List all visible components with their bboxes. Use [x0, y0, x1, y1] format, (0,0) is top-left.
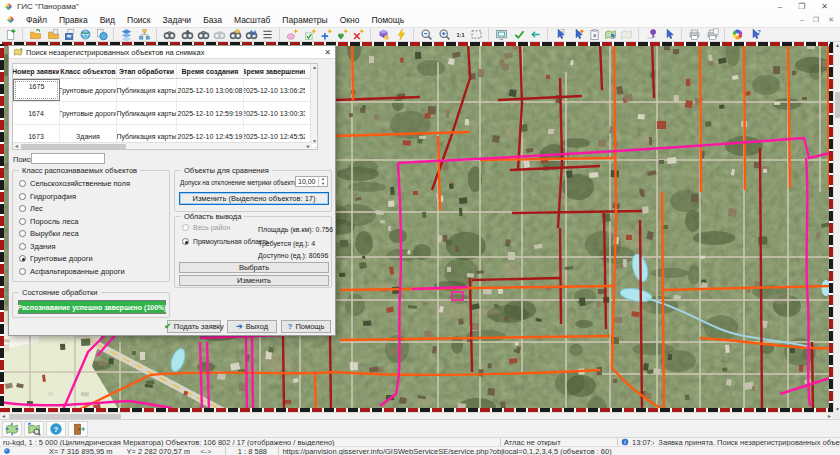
- menu-item-10[interactable]: Помощь: [365, 13, 410, 27]
- menu-item-4[interactable]: Поиск: [121, 13, 157, 27]
- cell[interactable]: 1675: [13, 79, 60, 101]
- class-option-1[interactable]: Гидрография: [19, 192, 76, 201]
- dialog-close-icon[interactable]: ✕: [324, 48, 331, 57]
- col-header-stage[interactable]: Этап обработки: [117, 64, 177, 78]
- map-layers-button[interactable]: [113, 28, 136, 41]
- class-option-3[interactable]: Поросль леса: [19, 217, 79, 226]
- class-option-5[interactable]: Здания: [19, 242, 55, 251]
- scroll-right-icon[interactable]: ►: [305, 143, 312, 149]
- find-button[interactable]: [156, 28, 179, 41]
- menu-item-5[interactable]: Задачи: [157, 13, 198, 27]
- save-button[interactable]: [61, 28, 77, 41]
- vertical-scroll-thumb[interactable]: [835, 92, 840, 118]
- mdi-minimize-button[interactable]: –: [800, 16, 804, 24]
- cell[interactable]: 2025-12-10 13:00:33: [244, 102, 305, 124]
- scroll-up-icon[interactable]: ▲: [311, 64, 318, 70]
- pointer-map-button[interactable]: [602, 28, 618, 41]
- zoom-out-button[interactable]: [413, 28, 436, 41]
- find-inactive-button[interactable]: [211, 28, 227, 41]
- map-overview-button[interactable]: [2, 421, 22, 437]
- zoom-in-button[interactable]: [436, 28, 452, 41]
- select-area-button[interactable]: Выбрать: [179, 262, 329, 273]
- cell[interactable]: 2025-12-10 13:06:08: [177, 79, 244, 101]
- find-extended-button[interactable]: …: [195, 28, 211, 41]
- menu-item-8[interactable]: Параметры: [276, 13, 333, 27]
- scroll-down-icon[interactable]: ▼: [311, 138, 318, 144]
- fit-to-screen-button[interactable]: [488, 28, 511, 41]
- menu-item-3[interactable]: Вид: [94, 13, 121, 27]
- whole-region-radio[interactable]: Весь район: [182, 224, 230, 231]
- col-header-request-number[interactable]: Номер заявки: [13, 64, 60, 78]
- viewport-frame-button[interactable]: [468, 28, 484, 41]
- scroll-left-icon[interactable]: ◄: [13, 143, 20, 149]
- window-maximize-button[interactable]: ❐: [798, 2, 805, 11]
- map-vertical-scrollbar[interactable]: ▲ ▼: [833, 42, 840, 412]
- previous-view-button[interactable]: [527, 28, 543, 41]
- change-selected-objects-button[interactable]: Изменить (Выделено объектов: 17): [179, 192, 329, 205]
- cell[interactable]: Грунтовые дороги: [60, 79, 117, 101]
- mdi-close-button[interactable]: ✕: [828, 16, 834, 24]
- print-button[interactable]: [681, 28, 704, 41]
- mdi-restore-button[interactable]: ❐: [813, 16, 819, 24]
- class-option-7[interactable]: Асфальтированные дороги: [19, 267, 125, 276]
- fast-redraw-button[interactable]: [393, 28, 409, 41]
- scroll-up-icon[interactable]: ▲: [834, 42, 840, 48]
- route-point-button[interactable]: [638, 28, 661, 41]
- horizontal-scroll-thumb[interactable]: [9, 414, 121, 419]
- find-repeat-button[interactable]: [243, 28, 259, 41]
- table-row[interactable]: 1674 Грунтовые дороги Публикация карты 2…: [13, 102, 317, 125]
- rectangular-area-radio[interactable]: Прямоугольная область: [182, 238, 269, 245]
- exit-button[interactable]: ➔ Выход: [227, 320, 277, 333]
- submit-request-button[interactable]: ✔ Подать заявку: [167, 320, 221, 333]
- objects-list-button[interactable]: [259, 28, 275, 41]
- scroll-right-icon[interactable]: ►: [826, 413, 833, 419]
- scroll-left-icon[interactable]: ◄: [0, 413, 7, 419]
- scale-1-1-button[interactable]: 1:1: [452, 28, 468, 41]
- menu-item-1[interactable]: Файл: [20, 13, 53, 27]
- cell[interactable]: Публикация карты: [117, 102, 177, 124]
- menu-item-9[interactable]: Окно: [334, 13, 366, 27]
- pointer-grid-button[interactable]: [547, 28, 570, 41]
- context-help-button[interactable]: ?: [747, 28, 763, 41]
- cell[interactable]: 1674: [13, 102, 60, 124]
- table-header-row[interactable]: Номер заявки Класс объектов Этап обработ…: [13, 64, 317, 79]
- class-option-6[interactable]: Грунтовые дороги: [19, 254, 93, 263]
- search-input[interactable]: [31, 153, 105, 164]
- menu-item-7[interactable]: Масштаб: [228, 13, 276, 27]
- open-project-button[interactable]: [93, 28, 109, 41]
- table-horizontal-scrollbar[interactable]: ◄ ►: [13, 142, 312, 149]
- col-header-created[interactable]: Время создания: [177, 64, 244, 78]
- change-area-button[interactable]: Изменить: [179, 275, 329, 286]
- tolerance-spinbox[interactable]: 10,00 ▲▼: [295, 176, 328, 187]
- new-document-button[interactable]: [2, 28, 18, 41]
- exit-button[interactable]: [68, 421, 88, 437]
- select-save-button[interactable]: [334, 28, 350, 41]
- view-3d-button[interactable]: [370, 28, 393, 41]
- find-address-button[interactable]: [227, 28, 243, 41]
- table-row[interactable]: 1675 Грунтовые дороги Публикация карты 2…: [13, 79, 317, 102]
- cell[interactable]: 2025-12-10 13:06:25: [244, 79, 305, 101]
- color-settings-button[interactable]: [724, 28, 747, 41]
- open-geoportal-button[interactable]: [77, 28, 93, 41]
- cell[interactable]: Публикация карты: [117, 79, 177, 101]
- class-option-4[interactable]: Вырубки леса: [19, 229, 79, 238]
- select-clear-button[interactable]: [350, 28, 366, 41]
- cell[interactable]: Грунтовые дороги: [60, 102, 117, 124]
- map-dim-button[interactable]: [618, 28, 634, 41]
- menu-item-6[interactable]: База: [197, 13, 228, 27]
- col-header-object-class[interactable]: Класс объектов: [60, 64, 117, 78]
- print-setup-button[interactable]: [704, 28, 720, 41]
- select-objects-button[interactable]: [279, 28, 302, 41]
- pointer-object-button[interactable]: [570, 28, 586, 41]
- find-by-name-button[interactable]: a: [179, 28, 195, 41]
- cell[interactable]: 2025-12-10 12:59:19: [177, 102, 244, 124]
- col-header-finished[interactable]: Время завершения: [244, 64, 305, 78]
- class-option-2[interactable]: Лес: [19, 204, 43, 213]
- spinner-arrows[interactable]: ▲▼: [318, 177, 327, 186]
- map-horizontal-scrollbar[interactable]: ◄ ►: [0, 412, 833, 419]
- class-option-0[interactable]: Сельскохозяйственные поля: [19, 179, 130, 188]
- select-confirm-button[interactable]: [302, 28, 318, 41]
- dialog-title-bar[interactable]: Поиск незарегистрированных объектов на с…: [9, 46, 335, 59]
- window-minimize-button[interactable]: –: [778, 2, 782, 11]
- apply-button[interactable]: [511, 28, 527, 41]
